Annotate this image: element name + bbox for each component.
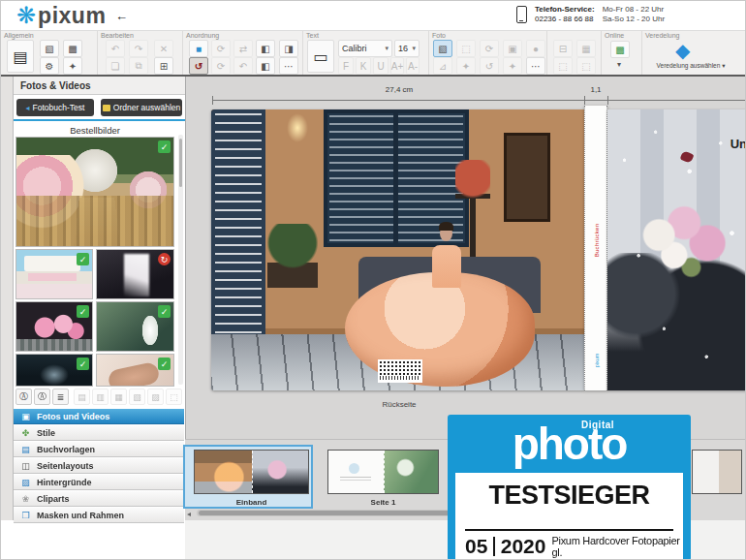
more-arrange-button[interactable]: ⋯ xyxy=(279,57,298,75)
bw-filter-button[interactable]: ● xyxy=(526,40,545,57)
back-cover-page[interactable] xyxy=(211,109,584,390)
photo-effect-button[interactable]: ✦ xyxy=(456,57,476,75)
copy-button[interactable]: ⧉ xyxy=(129,57,148,75)
back-button[interactable]: ← Zurück xyxy=(115,9,128,23)
font-family-select[interactable]: Calibri ▾ xyxy=(338,40,392,57)
pixum-logo: ❋ pixum xyxy=(16,2,106,29)
frame-button[interactable]: ▦ xyxy=(576,40,596,57)
insert-text-button[interactable]: ▭ xyxy=(307,40,334,73)
cover-title-text[interactable]: Un xyxy=(730,137,746,151)
badge-issue-separator xyxy=(493,537,494,556)
front-cover-page[interactable]: Un xyxy=(607,109,746,390)
italic-button[interactable]: K xyxy=(356,57,371,75)
crop-button[interactable]: ⬚ xyxy=(456,40,476,57)
diamond-gem-icon[interactable]: ◆ xyxy=(675,41,690,60)
panel-tab-masken-und-rahmen[interactable]: ❒ Masken und Rahmen xyxy=(14,508,184,523)
photo-grid-scrollbar[interactable] xyxy=(178,135,183,385)
panel-tab-stile[interactable]: ✤ Stile xyxy=(14,425,184,441)
chevron-down-icon: ▾ xyxy=(412,45,416,52)
sort-option-6-button[interactable]: ⬚ xyxy=(166,389,182,405)
rotate-ccw-button[interactable]: ↺ xyxy=(189,57,208,75)
paste-button[interactable]: ❏ xyxy=(106,57,125,75)
select-unused-button[interactable]: Ⓐ xyxy=(34,389,50,405)
open-photos-button[interactable]: ▩ xyxy=(63,40,82,57)
photo-rotate-button[interactable]: ⟳ xyxy=(480,40,499,57)
align-button[interactable]: ■ xyxy=(189,40,208,57)
spine-width-measurement: 1,1 xyxy=(576,85,615,94)
scale-button[interactable]: ⊿ xyxy=(433,57,452,75)
save-project-button[interactable]: ▤ xyxy=(7,40,34,73)
panel-tab-cliparts[interactable]: ❀ Cliparts xyxy=(14,491,184,507)
photo-detail xyxy=(107,361,160,387)
filmstrip-scroll-left-arrow[interactable]: ◂ xyxy=(187,510,191,518)
undo-button[interactable]: ↶ xyxy=(106,40,125,57)
back-cover-label: Rückseite xyxy=(341,400,457,409)
panel-tab-label: Buchvorlagen xyxy=(37,445,95,454)
book-spine[interactable]: Buchrücken pixum xyxy=(584,106,607,390)
underline-button[interactable]: U xyxy=(373,57,389,75)
select-used-button[interactable]: Ⓐ xyxy=(16,389,32,405)
panel-tab-fotos-und-videos[interactable]: ▣ Fotos und Videos xyxy=(14,409,184,424)
qr-code xyxy=(378,359,422,383)
panel-tab-hintergruende[interactable]: ▨ Hintergründe xyxy=(14,475,184,490)
phone-icon xyxy=(516,6,527,23)
sort-option-3-button[interactable]: ▦ xyxy=(110,389,127,405)
photo-rotate-ccw-button[interactable]: ↺ xyxy=(480,57,499,75)
fotobuch-test-button[interactable]: ◂ Fotobuch-Test xyxy=(16,99,94,116)
ungroup-button[interactable]: ↶ xyxy=(233,57,253,75)
mask-button[interactable]: ⊟ xyxy=(553,40,573,57)
frame-alt-button[interactable]: ⬚ xyxy=(576,57,596,75)
spine-title-text[interactable]: Buchrücken xyxy=(594,215,600,265)
layer-back-button[interactable]: ◨ xyxy=(279,40,298,57)
photo-thumb-beach[interactable]: ✓ xyxy=(16,249,93,299)
chevron-down-icon: ▾ xyxy=(722,62,725,69)
photos-panel-icon: ▣ xyxy=(20,412,31,421)
assistant-button[interactable]: ✦ xyxy=(63,57,82,75)
sort-option-5-button[interactable]: ▨ xyxy=(147,389,164,405)
bold-button[interactable]: F xyxy=(338,57,354,75)
photo-thumb-church[interactable]: ↻ xyxy=(96,249,174,299)
photo-thumb-aisle[interactable]: ✓ xyxy=(16,137,174,247)
export-button[interactable]: ▧ xyxy=(40,40,59,57)
sort-option-2-button[interactable]: ▥ xyxy=(92,389,109,405)
font-size-select[interactable]: 16 ▾ xyxy=(394,40,420,57)
sort-option-1-button[interactable]: ▤ xyxy=(74,389,90,405)
sidebar-rail xyxy=(1,77,14,520)
settings-button[interactable]: ⚙ xyxy=(40,57,59,75)
panel-tab-buchvorlagen[interactable]: ▤ Buchvorlagen xyxy=(14,442,184,457)
font-smaller-button[interactable]: A- xyxy=(406,57,420,75)
cover-width-measurement: 27,4 cm xyxy=(341,85,457,94)
rotate-cw-button[interactable]: ⟳ xyxy=(211,40,231,57)
photo-enhance-button[interactable]: ✦ xyxy=(503,57,522,75)
phone-service-info: Telefon-Service: 02236 - 88 66 88 xyxy=(535,5,595,24)
photo-detail xyxy=(24,256,80,271)
page-thumb-partial[interactable] xyxy=(692,450,742,494)
sort-option-4-button[interactable]: ▧ xyxy=(129,389,145,405)
more-photo-button[interactable]: ⋯ xyxy=(526,57,545,75)
delete-button[interactable]: ✕ xyxy=(154,40,173,57)
online-dropdown-arrow[interactable]: ▾ xyxy=(617,60,621,69)
photo-thumb-hands[interactable]: ✓ xyxy=(96,354,174,387)
insert-photo-button[interactable]: ▧ xyxy=(433,40,452,57)
photo-thumb-flowers[interactable]: ✓ xyxy=(16,301,93,352)
photo-thumb-night[interactable]: ✓ xyxy=(16,354,93,387)
redo-button[interactable]: ↷ xyxy=(129,40,148,57)
duplicate-button[interactable]: ⊞ xyxy=(154,57,173,75)
font-larger-button[interactable]: A+ xyxy=(390,57,404,75)
page-thumb-einband[interactable] xyxy=(194,450,309,494)
veredelung-select-button[interactable]: Veredelung auswählen ▾ xyxy=(646,62,735,69)
panel-tab-seitenlayouts[interactable]: ◫ Seitenlayouts xyxy=(14,458,184,474)
layer-options-button[interactable]: ◧ xyxy=(256,57,275,75)
photo-frame-button[interactable]: ▣ xyxy=(503,40,522,57)
mask-alt-button[interactable]: ⬚ xyxy=(553,57,573,75)
photo-thumb-bride-field[interactable]: ✓ xyxy=(96,301,174,352)
editor-canvas[interactable]: 27,4 cm 1,1 Buchrücken pixum xyxy=(185,77,746,439)
page-thumb-seite-1[interactable] xyxy=(327,450,439,494)
list-view-button[interactable]: ≣ xyxy=(52,389,69,405)
online-albums-button[interactable]: ▩ xyxy=(610,41,630,58)
layer-front-button[interactable]: ◧ xyxy=(256,40,275,57)
choose-folder-button[interactable]: Ordner auswählen xyxy=(101,99,182,116)
group-button[interactable]: ⟳ xyxy=(211,57,231,75)
group-label: Bearbeiten xyxy=(101,32,134,39)
flip-button[interactable]: ⇄ xyxy=(233,40,253,57)
